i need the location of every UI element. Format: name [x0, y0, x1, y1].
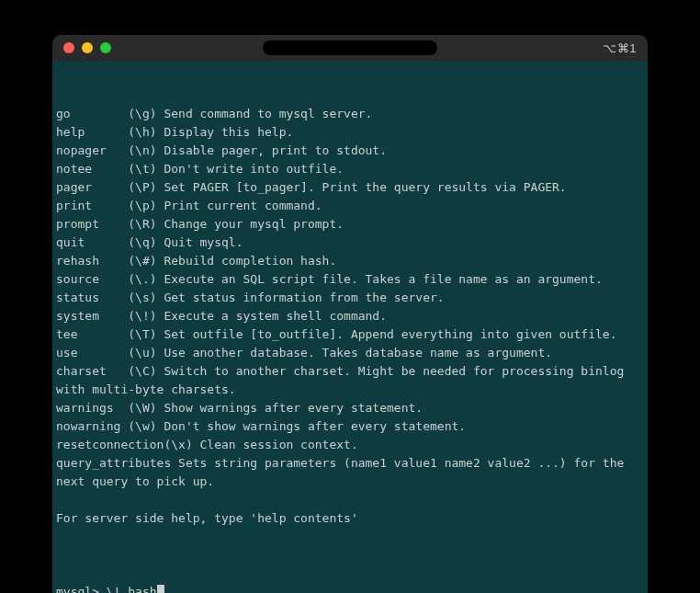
terminal-window: ⌥⌘1 go (\g) Send command to mysql server…	[52, 35, 648, 593]
help-line: tee (\T) Set outfile [to_outfile]. Appen…	[56, 325, 644, 344]
prompt-line[interactable]: mysql> \! bash	[56, 583, 644, 593]
help-line: status (\s) Get status information from …	[56, 289, 644, 307]
prompt-input[interactable]: \! bash	[107, 583, 157, 593]
title-redacted	[263, 40, 437, 55]
help-line: nowarning (\w) Don't show warnings after…	[56, 417, 644, 436]
titlebar: ⌥⌘1	[52, 35, 648, 61]
help-line	[56, 528, 644, 546]
zoom-button[interactable]	[100, 42, 111, 53]
help-line: system (\!) Execute a system shell comma…	[56, 307, 644, 325]
help-line: query_attributes Sets string parameters …	[56, 454, 644, 491]
help-line: charset (\C) Switch to another charset. …	[56, 362, 644, 399]
help-line: prompt (\R) Change your mysql prompt.	[56, 215, 644, 234]
prompt-prefix: mysql>	[56, 583, 107, 593]
help-line: source (\.) Execute an SQL script file. …	[56, 270, 644, 289]
keyboard-shortcut-label: ⌥⌘1	[603, 41, 637, 55]
minimize-button[interactable]	[82, 42, 93, 53]
help-line: pager (\P) Set PAGER [to_pager]. Print t…	[56, 178, 644, 197]
help-line: rehash (\#) Rebuild completion hash.	[56, 252, 644, 270]
help-output: go (\g) Send command to mysql server.hel…	[56, 105, 644, 546]
help-line: resetconnection(\x) Clean session contex…	[56, 436, 644, 454]
help-line	[56, 491, 644, 509]
terminal-body[interactable]: go (\g) Send command to mysql server.hel…	[52, 61, 648, 593]
help-line: notee (\t) Don't write into outfile.	[56, 160, 644, 178]
cursor	[157, 585, 164, 593]
close-button[interactable]	[63, 42, 74, 53]
help-line: nopager (\n) Disable pager, print to std…	[56, 142, 644, 160]
help-line: warnings (\W) Show warnings after every …	[56, 399, 644, 417]
help-line: help (\h) Display this help.	[56, 123, 644, 142]
help-line: quit (\q) Quit mysql.	[56, 234, 644, 252]
traffic-lights	[63, 42, 111, 53]
help-line: use (\u) Use another database. Takes dat…	[56, 344, 644, 362]
help-line: print (\p) Print current command.	[56, 197, 644, 215]
help-line: go (\g) Send command to mysql server.	[56, 105, 644, 123]
help-line: For server side help, type 'help content…	[56, 509, 644, 528]
